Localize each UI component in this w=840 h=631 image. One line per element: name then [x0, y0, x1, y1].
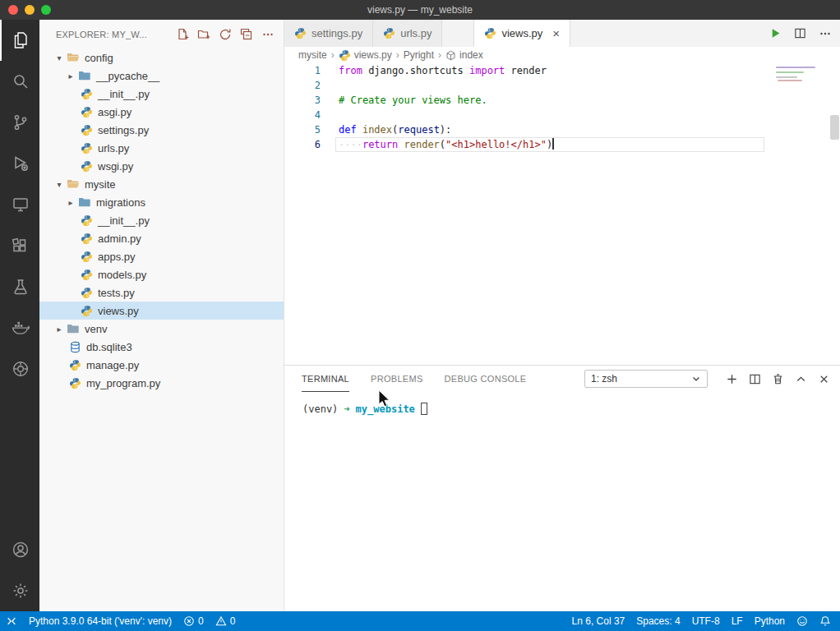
- account-icon: [12, 541, 30, 559]
- code-line[interactable]: 6····return render("<h1>hello!</h1>"): [284, 137, 840, 152]
- zoom-window-button[interactable]: [41, 5, 51, 15]
- indentation[interactable]: Spaces: 4: [630, 611, 685, 631]
- cursor-position[interactable]: Ln 6, Col 37: [566, 611, 631, 631]
- warning-count[interactable]: 0: [210, 611, 242, 631]
- breadcrumb-item[interactable]: index: [445, 49, 483, 61]
- more-editor-actions-button[interactable]: [819, 27, 832, 40]
- tree-item[interactable]: __init__.py: [39, 85, 284, 103]
- activity-plugin-circle-button[interactable]: [0, 348, 39, 389]
- new-file-button[interactable]: [175, 27, 190, 42]
- tree-item[interactable]: tests.py: [39, 283, 284, 302]
- activity-source-control-button[interactable]: [0, 102, 39, 143]
- more-actions-button[interactable]: [261, 27, 275, 42]
- status-bar: Python 3.9.0 64-bit ('venv': venv)00 Ln …: [0, 611, 840, 631]
- chevron-up-icon: [795, 373, 807, 385]
- editor-tab[interactable]: settings.py: [284, 20, 373, 47]
- tree-item[interactable]: db.sqlite3: [39, 338, 284, 356]
- activity-account-button[interactable]: [0, 529, 39, 570]
- breadcrumb: mysite›views.py›Pyright›index: [284, 47, 840, 63]
- debug-icon: [12, 154, 30, 173]
- tree-item-label: admin.py: [98, 233, 141, 245]
- breadcrumb-item[interactable]: views.py: [339, 49, 392, 62]
- encoding[interactable]: UTF-8: [686, 611, 726, 631]
- tree-item[interactable]: ▾config: [39, 48, 284, 67]
- tree-item[interactable]: ▸__pycache__: [39, 67, 284, 85]
- code-editor[interactable]: 1from django.shortcuts import render23# …: [284, 63, 840, 365]
- tree-item[interactable]: urls.py: [39, 139, 284, 157]
- bell-icon: [819, 615, 831, 627]
- tree-item[interactable]: __init__.py: [39, 211, 284, 229]
- plugin-circle-icon: [11, 359, 30, 379]
- activity-run-debug-button[interactable]: [0, 143, 39, 184]
- tree-item[interactable]: admin.py: [39, 229, 284, 247]
- editor-tabs: settings.pyurls.pyviews.py×: [284, 20, 840, 47]
- breadcrumb-item[interactable]: mysite: [298, 49, 327, 61]
- kill-terminal-button[interactable]: [772, 373, 784, 385]
- tree-item[interactable]: views.py: [39, 302, 284, 320]
- code-line[interactable]: 2: [284, 78, 840, 93]
- error-count[interactable]: 0: [178, 611, 210, 631]
- python-icon: [79, 160, 94, 173]
- tree-item[interactable]: apps.py: [39, 247, 284, 265]
- line-number: 6: [284, 137, 321, 152]
- tree-item[interactable]: ▸migrations: [39, 193, 284, 211]
- shell-select[interactable]: 1: zsh: [584, 370, 708, 388]
- activity-extensions-button[interactable]: [0, 225, 39, 266]
- remote-indicator[interactable]: [0, 611, 23, 631]
- breadcrumb-separator: ›: [331, 49, 335, 61]
- tree-item[interactable]: models.py: [39, 265, 284, 283]
- new-folder-icon: [197, 28, 210, 41]
- tree-item[interactable]: asgi.py: [39, 103, 284, 121]
- python-interpreter[interactable]: Python 3.9.0 64-bit ('venv': venv): [23, 611, 178, 631]
- panel-tab[interactable]: TERMINAL: [302, 366, 349, 392]
- breadcrumb-item[interactable]: Pyright: [404, 49, 434, 61]
- close-icon: [818, 373, 830, 385]
- activity-remote-explorer-button[interactable]: [0, 184, 39, 225]
- new-terminal-button[interactable]: [726, 373, 738, 385]
- tree-item[interactable]: my_program.py: [39, 374, 284, 392]
- python-icon: [79, 287, 94, 299]
- close-panel-button[interactable]: [818, 373, 830, 385]
- notifications[interactable]: [814, 611, 837, 631]
- feedback[interactable]: [791, 611, 814, 631]
- code-line[interactable]: 3# Create your views here.: [284, 93, 840, 108]
- activity-docker-button[interactable]: [0, 307, 39, 348]
- tree-item[interactable]: settings.py: [39, 121, 284, 139]
- editor-tab[interactable]: views.py×: [473, 20, 570, 47]
- folder-blue-icon: [77, 69, 92, 82]
- tree-item[interactable]: manage.py: [39, 356, 284, 374]
- refresh-explorer-button[interactable]: [218, 27, 233, 42]
- tree-item[interactable]: wsgi.py: [39, 157, 284, 175]
- eol-sequence[interactable]: LF: [726, 611, 749, 631]
- split-editor-button[interactable]: [794, 27, 806, 39]
- close-window-button[interactable]: [8, 5, 18, 15]
- new-folder-button[interactable]: [196, 27, 211, 42]
- symbol-cube-icon: [445, 50, 456, 61]
- chevron-down-icon: ▾: [53, 53, 66, 62]
- chevron-down-icon: ▾: [53, 180, 66, 189]
- maximize-panel-button[interactable]: [795, 373, 807, 385]
- activity-settings-button[interactable]: [0, 570, 39, 611]
- line-number: 3: [284, 93, 321, 108]
- collapse-folders-button[interactable]: [239, 27, 254, 42]
- play-icon: [769, 27, 782, 39]
- split-terminal-button[interactable]: [749, 373, 761, 385]
- panel-tab[interactable]: PROBLEMS: [371, 366, 423, 392]
- activity-search-button[interactable]: [0, 61, 39, 102]
- editor-tab[interactable]: urls.py: [373, 20, 442, 47]
- run-python-file-button[interactable]: [769, 27, 782, 39]
- trash-icon: [772, 373, 784, 385]
- activity-testing-button[interactable]: [0, 266, 39, 307]
- activity-explorer-button[interactable]: [0, 20, 39, 61]
- tree-item-label: my_program.py: [86, 377, 160, 389]
- close-tab-icon[interactable]: ×: [552, 27, 560, 39]
- tree-item[interactable]: ▸venv: [39, 320, 284, 338]
- terminal-output[interactable]: (venv)➜my_website: [284, 392, 840, 611]
- language-mode[interactable]: Python: [749, 611, 791, 631]
- code-line[interactable]: 5def index(request):: [284, 122, 840, 137]
- code-line[interactable]: 4: [284, 108, 840, 122]
- code-line[interactable]: 1from django.shortcuts import render: [284, 63, 840, 78]
- tree-item[interactable]: ▾mysite: [39, 175, 284, 193]
- minimize-window-button[interactable]: [25, 5, 35, 15]
- panel-tab[interactable]: DEBUG CONSOLE: [445, 366, 527, 392]
